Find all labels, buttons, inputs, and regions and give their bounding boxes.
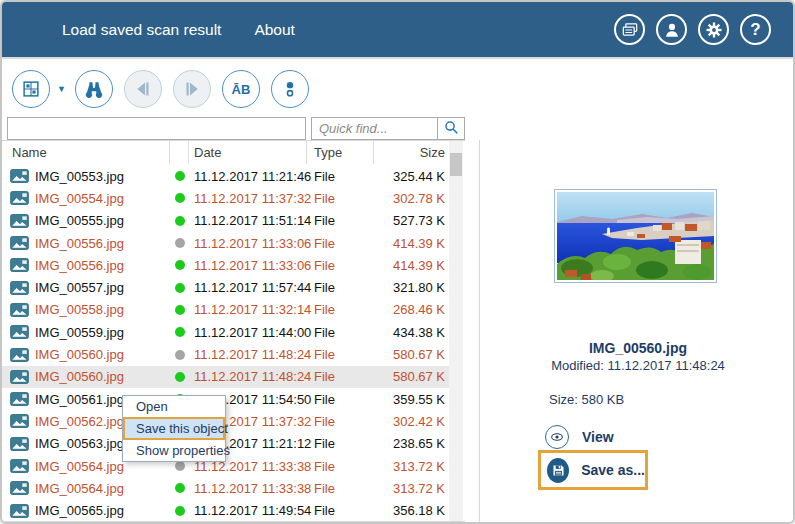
user-icon: [662, 20, 682, 40]
table-row[interactable]: IMG_00560.jpg11.12.2017 11:48:24File580.…: [2, 343, 449, 365]
status-dot-green: [175, 327, 185, 337]
photo-file-icon: [10, 437, 35, 451]
quick-find-search-button[interactable]: [437, 118, 464, 139]
table-row[interactable]: IMG_00555.jpg11.12.2017 11:51:14File527.…: [2, 210, 449, 232]
table-scrollbar[interactable]: [449, 141, 463, 521]
file-type: File: [307, 369, 374, 384]
photo-file-icon: [10, 169, 35, 183]
photo-file-icon: [10, 481, 35, 495]
file-type: File: [307, 347, 374, 362]
mask-search-button[interactable]: ĀB: [222, 70, 260, 108]
status-dot-green: [175, 171, 185, 181]
topbar-item-load-saved-scan-result[interactable]: Load saved scan result: [62, 21, 221, 39]
file-name: IMG_00561.jpg: [35, 392, 124, 407]
coastal-photo: [557, 192, 714, 280]
file-size: 414.39 K: [374, 258, 448, 273]
status-dot-green: [175, 506, 185, 516]
file-date: 11.12.2017 11:33:06: [189, 236, 307, 251]
find-button[interactable]: [75, 70, 113, 108]
file-size: 325.44 K: [374, 169, 448, 184]
save-as-button[interactable]: Save as...: [538, 450, 648, 490]
status-dot-green: [175, 483, 185, 493]
file-date: 11.12.2017 11:48:24: [189, 347, 307, 362]
file-date: 11.12.2017 11:21:46: [189, 169, 307, 184]
file-name: IMG_00560.jpg: [35, 369, 124, 384]
scrollbar-thumb[interactable]: [450, 153, 462, 176]
quick-find-input[interactable]: [312, 118, 437, 139]
photo-file-icon: [10, 370, 35, 384]
file-type: File: [307, 392, 374, 407]
column-header-size[interactable]: Size: [374, 141, 448, 164]
photo-file-icon: [10, 392, 35, 406]
photo-file-icon: [10, 236, 35, 250]
status-dot-gray: [175, 461, 185, 471]
prev-icon: [132, 78, 154, 100]
file-name: IMG_00560.jpg: [35, 347, 124, 362]
binoculars-icon: [83, 78, 105, 100]
quick-find-box: [311, 117, 465, 140]
file-type: File: [307, 459, 374, 474]
topbar: Load saved scan resultAbout ?: [2, 2, 793, 59]
table-row[interactable]: IMG_00554.jpg11.12.2017 11:37:32File302.…: [2, 187, 449, 209]
file-date: 11.12.2017 11:44:00: [189, 325, 307, 340]
column-header-date[interactable]: Date: [189, 141, 307, 164]
next-button[interactable]: [173, 70, 211, 108]
toolbar: ▼ĀB: [2, 61, 472, 117]
photo-file-icon: [10, 348, 35, 362]
column-header-status[interactable]: [170, 141, 189, 164]
table-row[interactable]: IMG_00559.jpg11.12.2017 11:44:00File434.…: [2, 321, 449, 343]
file-size: 321.80 K: [374, 280, 448, 295]
dropdown-arrow-icon[interactable]: ▼: [57, 84, 66, 94]
file-size: 356.18 K: [374, 503, 448, 518]
file-type: File: [307, 302, 374, 317]
table-row[interactable]: IMG_00558.jpg11.12.2017 11:32:14File268.…: [2, 299, 449, 321]
symbols-icon: [279, 78, 301, 100]
file-name: IMG_00554.jpg: [35, 191, 124, 206]
context-menu-item-save-this-object[interactable]: Save this object: [123, 417, 225, 440]
file-type: File: [307, 258, 374, 273]
table-row[interactable]: IMG_00557.jpg11.12.2017 11:57:44File321.…: [2, 276, 449, 298]
help-icon: ?: [750, 21, 760, 38]
messages-icon: [620, 20, 640, 40]
table-row[interactable]: IMG_00560.jpg11.12.2017 11:48:24File580.…: [2, 366, 449, 388]
table-row[interactable]: IMG_00564.jpg11.12.2017 11:33:38File313.…: [2, 477, 449, 499]
photo-file-icon: [10, 191, 35, 205]
status-dot-green: [175, 372, 185, 382]
file-name: IMG_00565.jpg: [35, 503, 124, 518]
status-dot-green: [175, 283, 185, 293]
settings-button[interactable]: [698, 14, 729, 45]
column-header-type[interactable]: Type: [307, 141, 374, 164]
file-name: IMG_00558.jpg: [35, 302, 124, 317]
view-label: View: [582, 429, 614, 445]
file-name: IMG_00553.jpg: [35, 169, 124, 184]
messages-button[interactable]: [614, 14, 645, 45]
file-type: File: [307, 436, 374, 451]
file-size: 580.67 K: [374, 369, 448, 384]
path-input[interactable]: [7, 117, 306, 140]
table-row[interactable]: IMG_00565.jpg11.12.2017 11:49:54File356.…: [2, 499, 449, 521]
file-size: 313.72 K: [374, 459, 448, 474]
help-button[interactable]: ?: [740, 14, 771, 45]
table-row[interactable]: IMG_00556.jpg11.12.2017 11:33:06File414.…: [2, 232, 449, 254]
view-button[interactable]: View: [545, 425, 614, 449]
view-mode-button[interactable]: [12, 70, 50, 108]
search-options-button[interactable]: [271, 70, 309, 108]
topbar-item-about[interactable]: About: [254, 21, 295, 39]
table-row[interactable]: IMG_00556.jpg11.12.2017 11:33:06File414.…: [2, 254, 449, 276]
user-button[interactable]: [656, 14, 687, 45]
next-icon: [181, 78, 203, 100]
column-header-name[interactable]: Name: [2, 141, 170, 164]
previous-button[interactable]: [124, 70, 162, 108]
context-menu-item-open[interactable]: Open: [123, 396, 225, 417]
status-dot-green: [175, 193, 185, 203]
topbar-menu: Load saved scan resultAbout: [2, 21, 295, 39]
photo-file-icon: [10, 325, 35, 339]
file-date: 11.12.2017 11:37:32: [189, 191, 307, 206]
file-name: IMG_00564.jpg: [35, 481, 124, 496]
photo-file-icon: [10, 281, 35, 295]
photo-file-icon: [10, 258, 35, 272]
file-name: IMG_00564.jpg: [35, 459, 124, 474]
context-menu-item-show-properties[interactable]: Show properties: [123, 440, 225, 461]
table-row[interactable]: IMG_00553.jpg11.12.2017 11:21:46File325.…: [2, 165, 449, 187]
file-name: IMG_00555.jpg: [35, 213, 124, 228]
